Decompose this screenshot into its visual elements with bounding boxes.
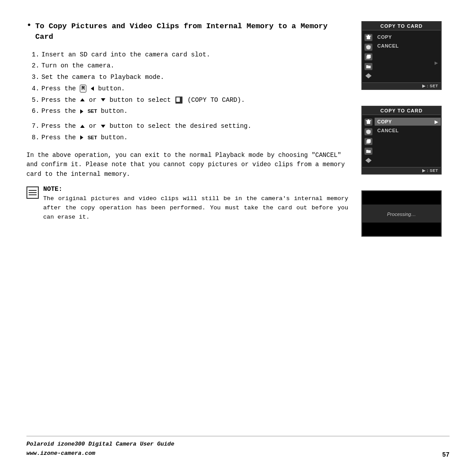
right-arrow-icon [80, 135, 83, 140]
screen1-cancel-item: CANCEL [375, 42, 441, 50]
note-icon [26, 186, 39, 199]
svg-rect-9 [368, 119, 369, 120]
step-1: 1. Insert an SD card into the camera car… [32, 50, 348, 60]
footer: Polaroid izone300 Digital Camera User Gu… [26, 436, 450, 458]
nav-arrows-icon [364, 73, 372, 79]
step-num: 7. [32, 122, 41, 131]
screen2-copy-item-selected: COPY ▶ [375, 118, 441, 126]
steps-list: 1. Insert an SD card into the camera car… [32, 50, 348, 117]
step-text: Press the SET button. [41, 133, 128, 143]
camera-screen-2: COPY TO CARD [361, 106, 442, 175]
step-text: Insert an SD card into the camera card s… [41, 50, 210, 60]
step-6: 6. Press the SET button. [32, 107, 348, 116]
svg-rect-2 [368, 35, 369, 36]
menu-key: M [80, 85, 86, 93]
nav-arrows-icon-2 [364, 157, 372, 164]
screen2-set-label: ▶ : SET [422, 168, 438, 173]
screen2-title: COPY TO CARD [362, 107, 441, 115]
screen-spacer [375, 51, 441, 60]
processing-black-top [362, 191, 441, 205]
processing-black-bottom [362, 223, 441, 236]
screen1-set-label: ▶ : SET [422, 84, 438, 88]
svg-rect-1 [366, 36, 371, 37]
step-2: 2. Turn on the camera. [32, 61, 348, 71]
screen2-bottom-bar: ▶ : SET [362, 167, 441, 174]
down-arrow-icon [101, 125, 105, 128]
steps-list-2: 7. Press the or button to select the des… [32, 122, 348, 143]
explanation-paragraph: In the above operation, you can exit to … [26, 151, 348, 179]
left-arrow-icon [91, 86, 94, 91]
menu-right-arrow: ▶ [435, 119, 439, 124]
down-arrow-icon [101, 98, 105, 101]
svg-marker-6 [365, 76, 372, 78]
note-section: NOTE: The original pictures and video cl… [26, 186, 348, 222]
page: • To Copy Pictures and Video Clips from … [0, 0, 476, 476]
folder-icon-2 [364, 148, 372, 155]
processing-screen: Processing… [361, 190, 442, 237]
step-num: 4. [32, 84, 41, 94]
step-text: Turn on the camera. [41, 61, 114, 71]
trash-icon [364, 34, 372, 41]
svg-marker-12 [365, 158, 372, 160]
svg-marker-13 [365, 160, 372, 163]
svg-rect-7 [367, 121, 370, 124]
svg-marker-5 [365, 73, 372, 76]
copy-icon-2 [364, 138, 372, 145]
screen1-body: COPY CANCEL ▶ [362, 30, 441, 82]
screen1-menu: COPY CANCEL ▶ [375, 33, 441, 80]
processing-text: Processing… [387, 212, 416, 217]
svg-rect-4 [367, 55, 371, 58]
set-label: SET [88, 135, 97, 140]
right-arrow-icon [80, 109, 83, 114]
note-content: NOTE: The original pictures and video cl… [43, 186, 348, 222]
step-num: 1. [32, 50, 41, 60]
copy-to-card-icon [175, 97, 182, 104]
step-text: Press the M button. [41, 84, 125, 94]
note-line [29, 190, 37, 191]
note-title: NOTE: [43, 186, 348, 193]
step-3: 3. Set the camera to Playback mode. [32, 73, 348, 82]
up-arrow-icon [80, 125, 85, 128]
step-text: Press the or button to select (COPY TO C… [41, 96, 245, 105]
note-line [29, 194, 37, 195]
step-8: 8. Press the SET button. [32, 133, 348, 143]
step-num: 5. [32, 96, 41, 105]
step-7: 7. Press the or button to select the des… [32, 122, 348, 131]
footer-page-number: 57 [442, 451, 450, 458]
screen2-body: COPY ▶ CANCEL [362, 115, 441, 167]
section-title: To Copy Pictures and Video Clips from In… [35, 21, 348, 42]
svg-rect-11 [367, 139, 371, 143]
camera-screen-1: COPY TO CARD [361, 21, 442, 90]
screen2-cancel-item: CANCEL [375, 126, 441, 134]
note-line [29, 192, 37, 193]
main-content: • To Copy Pictures and Video Clips from … [26, 21, 450, 436]
step-num: 3. [32, 73, 41, 82]
note-lines-icon [27, 188, 38, 197]
note-body: The original pictures and video clips wi… [43, 194, 348, 222]
section-heading: • To Copy Pictures and Video Clips from … [26, 21, 348, 48]
screen1-bottom-bar: ▶ : SET [362, 82, 441, 89]
footer-url: www.izone-camera.com [26, 449, 174, 458]
screen-icons-col-1 [362, 33, 375, 80]
step-text: Press the or button to select the desire… [41, 122, 251, 131]
protect-icon-2 [364, 128, 372, 135]
screen1-title: COPY TO CARD [362, 22, 441, 30]
step-num: 6. [32, 107, 41, 116]
screen1-arrow: ▶ [435, 60, 438, 65]
left-column: • To Copy Pictures and Video Clips from … [26, 21, 361, 436]
svg-rect-8 [366, 120, 371, 121]
footer-left: Polaroid izone300 Digital Camera User Gu… [26, 440, 174, 458]
bullet-dot: • [26, 20, 32, 30]
step-num: 8. [32, 133, 41, 143]
screen1-copy-item: COPY [375, 33, 441, 41]
screen-icons-col-2 [362, 118, 375, 164]
folder-icon [364, 63, 372, 70]
step-num: 2. [32, 61, 41, 71]
copy-label: COPY [377, 119, 392, 124]
up-arrow-icon [80, 98, 85, 101]
copy-icon [364, 53, 372, 60]
svg-rect-0 [367, 36, 370, 39]
step-4: 4. Press the M button. [32, 84, 348, 94]
screen-spacer-2 [375, 135, 441, 144]
processing-body: Processing… [362, 205, 441, 223]
